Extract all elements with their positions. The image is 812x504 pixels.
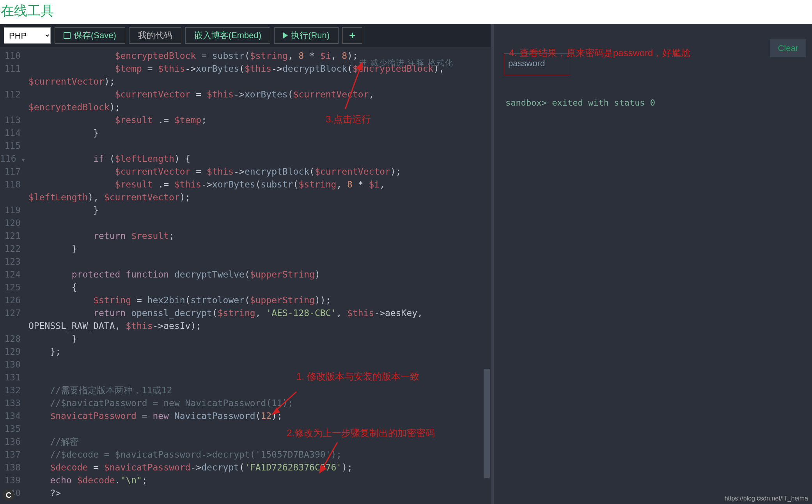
code-line[interactable]: $currentVector = $this->encryptBlock($cu…	[28, 165, 491, 178]
line-number: 136	[0, 435, 21, 448]
code-line[interactable]: $currentVector = $this->xorBytes($curren…	[28, 88, 491, 101]
line-number: 123	[0, 255, 21, 268]
code-line[interactable]: {	[28, 281, 491, 294]
save-label: 保存(Save)	[74, 30, 116, 41]
save-icon	[64, 32, 71, 39]
code-line[interactable]: //$navicatPassword = new NavicatPassword…	[28, 397, 491, 410]
plus-icon: +	[349, 29, 355, 42]
code-line[interactable]	[28, 255, 491, 268]
line-number-wrap	[0, 191, 21, 204]
line-number: 120	[0, 217, 21, 230]
line-number: 134	[0, 410, 21, 423]
scrollbar-thumb[interactable]	[484, 369, 490, 478]
code-line[interactable]: $encryptedBlock = substr($string, 8 * $i…	[28, 50, 491, 62]
line-number: 128	[0, 332, 21, 345]
run-button[interactable]: 执行(Run)	[274, 27, 339, 44]
cursor-badge: C	[3, 489, 14, 501]
line-number: 115	[0, 140, 21, 152]
watermark: https://blog.csdn.net/IT_heima	[725, 495, 808, 502]
line-number: 113	[0, 114, 21, 127]
line-number: 127	[0, 307, 21, 320]
line-number: 138	[0, 461, 21, 474]
code-area[interactable]: $encryptedBlock = substr($string, 8 * $i…	[25, 47, 491, 504]
code-line[interactable]: return $result;	[28, 230, 491, 242]
run-label: 执行(Run)	[291, 30, 330, 41]
code-line[interactable]: $navicatPassword = new NavicatPassword(1…	[28, 410, 491, 423]
code-line[interactable]: $decode = $navicatPassword->decrypt('FA1…	[28, 461, 491, 474]
code-line[interactable]: $temp = $this->xorBytes($this->decryptBl…	[28, 62, 491, 75]
code-line[interactable]: //需要指定版本两种，11或12	[28, 384, 491, 397]
line-number: 135	[0, 423, 21, 435]
line-number: 117	[0, 165, 21, 178]
line-number: 124	[0, 268, 21, 281]
code-line[interactable]: };	[28, 345, 491, 358]
line-number-wrap	[0, 320, 21, 332]
code-line-wrap[interactable]: $leftLength), $currentVector);	[28, 191, 491, 204]
save-button[interactable]: 保存(Save)	[55, 27, 125, 44]
code-line-wrap[interactable]: $encryptedBlock);	[28, 101, 491, 114]
main-area: PHP 保存(Save) 我的代码 嵌入博客(Embed) 执行(Run) + …	[0, 24, 812, 504]
code-line-wrap[interactable]: $currentVector);	[28, 75, 491, 88]
code-line[interactable]	[28, 423, 491, 435]
code-line[interactable]: //$decode = $navicatPassword->decrypt('1…	[28, 448, 491, 461]
line-number: 132	[0, 384, 21, 397]
line-number: 130	[0, 358, 21, 371]
line-number: 118	[0, 178, 21, 191]
mycode-button[interactable]: 我的代码	[129, 27, 181, 44]
output-result-box: password	[504, 53, 570, 75]
code-editor[interactable]: 110111112113114115116 ▼11711811912012112…	[0, 47, 491, 504]
line-gutter: 110111112113114115116 ▼11711811912012112…	[0, 47, 25, 504]
line-number: 111	[0, 62, 21, 75]
code-line[interactable]: return openssl_decrypt($string, 'AES-128…	[28, 307, 491, 320]
code-line[interactable]: ?>	[28, 487, 491, 500]
line-number: 110	[0, 50, 21, 62]
code-line[interactable]: }	[28, 204, 491, 217]
language-select[interactable]: PHP	[4, 27, 51, 44]
code-line-wrap[interactable]: OPENSSL_RAW_DATA, $this->aesIv);	[28, 320, 491, 332]
line-number: 137	[0, 448, 21, 461]
mycode-label: 我的代码	[138, 30, 172, 41]
code-line[interactable]: $string = hex2bin(strtolower($upperStrin…	[28, 294, 491, 307]
line-number: 122	[0, 242, 21, 255]
line-number-wrap	[0, 75, 21, 88]
code-line[interactable]: protected function decryptTwelve($upperS…	[28, 268, 491, 281]
line-number: 133	[0, 397, 21, 410]
code-line[interactable]	[28, 140, 491, 152]
line-number: 112	[0, 88, 21, 101]
embed-button[interactable]: 嵌入博客(Embed)	[185, 27, 270, 44]
scrollbar-vertical[interactable]	[483, 47, 491, 504]
code-line[interactable]: //解密	[28, 435, 491, 448]
clear-label: Clear	[778, 43, 798, 53]
editor-panel: PHP 保存(Save) 我的代码 嵌入博客(Embed) 执行(Run) + …	[0, 24, 491, 504]
code-line[interactable]: echo $decode."\n";	[28, 474, 491, 487]
toolbar: PHP 保存(Save) 我的代码 嵌入博客(Embed) 执行(Run) +	[0, 24, 491, 47]
line-number: 119	[0, 204, 21, 217]
clear-button[interactable]: Clear	[770, 39, 806, 57]
page-header: 在线工具	[0, 0, 812, 24]
code-line[interactable]: }	[28, 127, 491, 140]
page-title: 在线工具	[0, 3, 54, 18]
line-number: 131	[0, 371, 21, 384]
line-number-wrap	[0, 101, 21, 114]
code-line[interactable]: }	[28, 242, 491, 255]
embed-label: 嵌入博客(Embed)	[194, 30, 261, 41]
output-status: sandbox> exited with status 0	[505, 98, 655, 108]
add-button[interactable]: +	[342, 27, 362, 44]
code-line[interactable]: $result .= $this->xorBytes(substr($strin…	[28, 178, 491, 191]
code-line[interactable]: if ($leftLength) {	[28, 152, 491, 165]
code-line[interactable]: }	[28, 332, 491, 345]
line-number: 121	[0, 230, 21, 242]
code-line[interactable]: $result .= $temp;	[28, 114, 491, 127]
line-number: 114	[0, 127, 21, 140]
output-panel: Clear password sandbox> exited with stat…	[494, 24, 812, 504]
line-number: 129	[0, 345, 21, 358]
split-divider[interactable]	[491, 24, 494, 504]
code-line[interactable]	[28, 358, 491, 371]
code-line[interactable]	[28, 371, 491, 384]
line-number: 126	[0, 294, 21, 307]
line-number: 125	[0, 281, 21, 294]
line-number: 116 ▼	[0, 152, 21, 165]
code-line[interactable]	[28, 217, 491, 230]
play-icon	[283, 32, 288, 39]
line-number: 139	[0, 474, 21, 487]
